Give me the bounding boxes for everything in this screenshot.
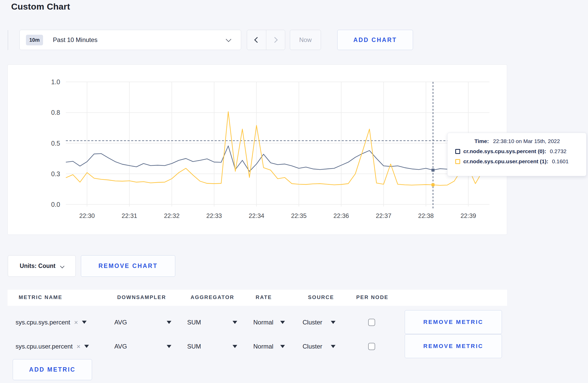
dropdown-caret-icon [233,321,237,324]
add-metric-button[interactable]: ADD METRIC [13,359,92,380]
dropdown-caret-icon [167,345,171,348]
clear-metric-icon[interactable]: × [74,318,78,326]
hover-point-marker [431,169,435,172]
units-label: Units: Count [20,263,55,269]
tooltip-series-value: 0.2732 [550,148,566,154]
rate-dropdown[interactable]: Normal [253,343,285,350]
rate-value: Normal [253,319,273,326]
column-header-downsampler: DOWNSAMPLER [117,294,166,300]
dropdown-caret-icon [167,321,171,324]
chart-card: 22:3022:3122:3222:3322:3422:3522:3622:37… [8,65,507,235]
timerange-badge: 10m [26,35,43,45]
add-chart-button[interactable]: ADD CHART [337,30,413,50]
metric-name-dropdown[interactable]: sys.cpu.sys.percent × [16,318,87,326]
x-axis-label: 22:30 [79,212,95,219]
x-axis-label: 22:39 [460,212,476,219]
source-value: Cluster [303,343,322,350]
table-row: sys.cpu.sys.percent × AVG SUM Normal Clu… [0,310,588,335]
x-axis-label: 22:36 [333,212,349,219]
downsampler-value: AVG [114,319,127,326]
y-axis-label: 1.0 [51,78,60,86]
dropdown-caret-icon [331,321,335,324]
downsampler-dropdown[interactable]: AVG [114,343,171,350]
column-header-per-node: PER NODE [356,294,388,300]
series-line [66,146,482,171]
tooltip-series-label: cr.node.sys.cpu.sys.percent (0): [463,148,546,154]
units-select[interactable]: Units: Count [8,255,76,277]
dropdown-caret-icon [233,345,237,348]
rate-dropdown[interactable]: Normal [253,319,285,326]
prev-time-button[interactable] [247,30,266,50]
y-axis-label: 0.5 [51,140,60,147]
time-pager [247,30,285,50]
series-line [66,112,482,185]
chevron-down-icon [60,264,64,268]
clear-metric-icon[interactable]: × [76,342,80,350]
tooltip-time-value: 22:38:10 on Mar 15th, 2022 [493,138,560,144]
metric-name-value: sys.cpu.user.percent [16,343,73,350]
tooltip-series-label: cr.node.sys.cpu.user.percent (1): [463,158,548,165]
chevron-right-icon [272,37,278,43]
tooltip-series-value: 0.1601 [552,158,569,165]
per-node-checkbox[interactable] [368,319,375,326]
x-axis-label: 22:34 [249,212,264,219]
column-header-aggregator: AGGREGATOR [191,294,234,300]
dropdown-caret-icon [280,321,285,324]
series-swatch-user-icon [455,159,460,164]
y-axis-label: 0.3 [51,170,60,178]
timerange-label: Past 10 Minutes [53,36,97,44]
metric-name-dropdown[interactable]: sys.cpu.user.percent × [16,342,89,350]
chevron-left-icon [254,37,260,43]
now-button[interactable]: Now [290,30,321,50]
x-axis-label: 22:35 [291,212,307,219]
x-axis-label: 22:32 [164,212,179,219]
dropdown-caret-icon [331,345,335,348]
metrics-table-header: METRIC NAME DOWNSAMPLER AGGREGATOR RATE … [8,290,507,306]
per-node-checkbox[interactable] [368,343,375,350]
chevron-down-icon [226,37,231,42]
x-axis-label: 22:37 [376,212,391,219]
x-axis-label: 22:33 [206,212,222,219]
aggregator-dropdown[interactable]: SUM [187,319,237,326]
timerange-select[interactable]: 10m Past 10 Minutes [19,30,241,50]
remove-metric-button[interactable]: REMOVE METRIC [405,334,502,358]
dropdown-caret-icon[interactable] [84,345,89,348]
y-axis-label: 0.0 [51,201,60,208]
downsampler-dropdown[interactable]: AVG [114,319,171,326]
tooltip-time-label: Time: [474,138,489,144]
column-header-source: SOURCE [308,294,334,300]
aggregator-value: SUM [187,319,201,326]
timeseries-chart[interactable]: 22:3022:3122:3222:3322:3422:3522:3622:37… [8,65,507,235]
toolbar-left-divider [8,30,8,50]
series-swatch-sys-icon [455,149,460,154]
column-header-metric-name: METRIC NAME [19,294,62,300]
remove-chart-button[interactable]: REMOVE CHART [81,255,175,277]
source-dropdown[interactable]: Cluster [303,319,335,326]
x-axis-label: 22:31 [122,212,137,219]
aggregator-value: SUM [187,343,201,350]
chart-tooltip: Time: 22:38:10 on Mar 15th, 2022 cr.node… [447,133,586,176]
next-time-button[interactable] [266,30,285,50]
aggregator-dropdown[interactable]: SUM [187,343,237,350]
source-dropdown[interactable]: Cluster [303,343,335,350]
y-axis-label: 0.8 [51,109,60,116]
downsampler-value: AVG [114,343,127,350]
dropdown-caret-icon [280,345,285,348]
page-title: Custom Chart [11,2,70,12]
table-row: sys.cpu.user.percent × AVG SUM Normal Cl… [0,334,588,359]
source-value: Cluster [303,319,322,326]
remove-metric-button[interactable]: REMOVE METRIC [405,310,502,334]
hover-point-marker [431,183,435,186]
metric-name-value: sys.cpu.sys.percent [16,319,70,326]
x-axis-label: 22:38 [418,212,434,219]
dropdown-caret-icon[interactable] [82,321,87,324]
rate-value: Normal [253,343,273,350]
column-header-rate: RATE [256,294,272,300]
